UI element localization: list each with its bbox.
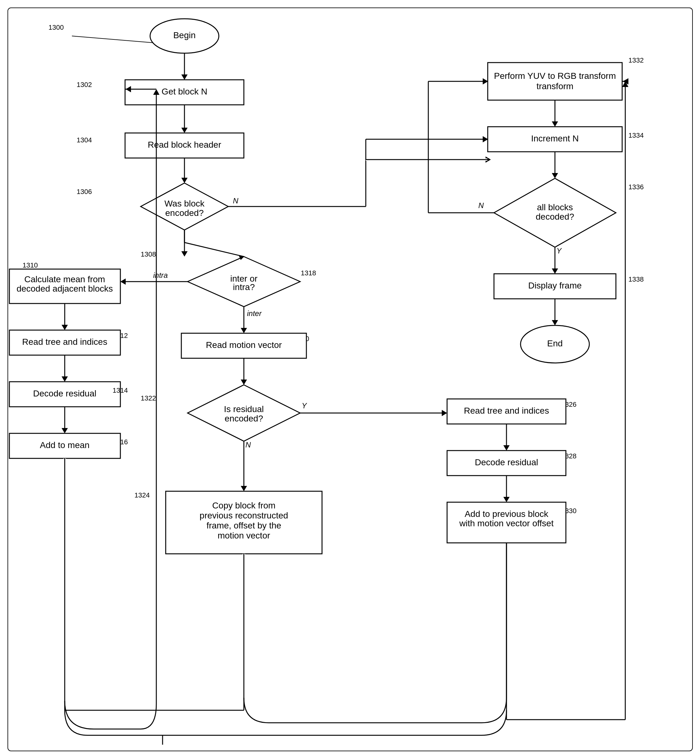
perform-yuv-label2: transform [536, 81, 573, 91]
is-residual-encoded-label2: encoded? [225, 414, 263, 423]
label-Y2: Y [302, 401, 307, 410]
label-N3: N [478, 201, 484, 210]
ref-1334: 1334 [628, 132, 644, 139]
svg-marker-3 [181, 128, 188, 133]
label-N2: N [245, 440, 251, 449]
inter-or-intra-label2: intra? [233, 282, 255, 292]
ref-1308: 1308 [141, 250, 156, 258]
ref-1318: 1318 [301, 269, 316, 277]
perform-yuv-label1: Perform YUV to RGB transform [494, 71, 616, 81]
display-frame-label: Display frame [528, 280, 581, 290]
ref-1322: 1322 [141, 394, 156, 402]
calculate-mean-label1: Calculate mean from [24, 274, 105, 284]
ref-1302: 1302 [77, 81, 92, 89]
decode-residual-intra-label: Decode residual [33, 388, 96, 398]
svg-marker-50 [552, 121, 558, 127]
svg-line-67 [184, 243, 244, 257]
svg-marker-37 [241, 486, 247, 491]
ref-1306: 1306 [77, 188, 92, 196]
add-to-mean-label: Add to mean [40, 440, 90, 450]
read-tree-intra-label: Read tree and indices [22, 337, 107, 347]
copy-block-label4: motion vector [217, 531, 270, 540]
svg-marker-1 [181, 74, 188, 80]
label-inter: inter [247, 309, 262, 318]
copy-block-label1: Copy block from [212, 501, 275, 510]
read-block-header-label: Read block header [148, 140, 221, 150]
all-blocks-decoded-label1: all blocks [537, 202, 573, 212]
ref-1310: 1310 [22, 261, 38, 269]
svg-marker-57 [483, 136, 488, 143]
increment-n-label: Increment N [531, 134, 579, 143]
copy-block-label2: previous reconstructed [200, 511, 288, 520]
calculate-mean-label2: decoded adjacent blocks [17, 284, 113, 293]
svg-marker-11 [181, 251, 188, 257]
is-residual-encoded-label1: Is residual [224, 404, 264, 414]
label-intra: intra [153, 271, 168, 279]
ref-1336: 1336 [628, 183, 644, 191]
svg-marker-61 [483, 78, 488, 85]
svg-marker-63 [552, 268, 558, 274]
svg-marker-5 [181, 178, 188, 183]
get-block-n-label: Get block N [162, 87, 207, 96]
svg-marker-15 [62, 325, 68, 330]
svg-rect-69 [8, 8, 692, 751]
svg-marker-13 [120, 279, 126, 285]
ref-1314: 1314 [112, 387, 128, 394]
all-blocks-decoded-label2: decoded? [536, 212, 574, 221]
label-N1: N [233, 196, 239, 205]
read-tree-inter-label: Read tree and indices [464, 406, 549, 415]
svg-marker-31 [503, 497, 509, 502]
was-block-encoded-label: Was block [164, 199, 205, 208]
svg-marker-17 [62, 376, 68, 382]
label-Y3: Y [556, 247, 562, 255]
begin-label: Begin [173, 30, 196, 40]
ref-1304: 1304 [77, 136, 92, 144]
ref-1324: 1324 [134, 491, 150, 499]
ref-1300: 1300 [48, 23, 64, 31]
svg-marker-23 [241, 328, 247, 333]
svg-marker-25 [241, 379, 247, 385]
svg-marker-29 [503, 445, 509, 451]
flowchart-diagram: 1300 Begin 1302 Get block N 1304 Read bl… [0, 0, 700, 755]
ref-1332: 1332 [628, 56, 644, 64]
copy-block-label3: frame, offset by the [206, 521, 281, 530]
svg-marker-65 [552, 320, 558, 326]
svg-marker-19 [62, 428, 68, 433]
decode-residual-inter-label: Decode residual [475, 457, 538, 467]
add-to-prev-label1: Add to previous block [464, 509, 549, 519]
svg-marker-52 [552, 173, 558, 179]
end-label: End [547, 338, 563, 348]
ref-1338: 1338 [628, 275, 644, 283]
add-to-prev-label2: with motion vector offset [459, 518, 554, 528]
svg-marker-27 [442, 410, 447, 416]
was-block-encoded-label2: encoded? [165, 208, 203, 218]
read-motion-vector-label: Read motion vector [206, 340, 282, 350]
